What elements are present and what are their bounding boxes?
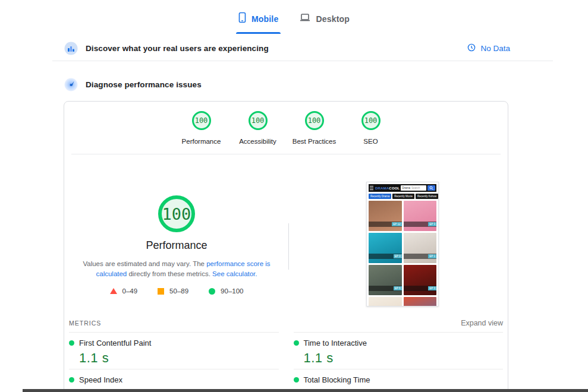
beacon-icon [64,78,78,91]
pagespeed-report-page: Mobile Desktop Discover what your real u… [0,0,588,392]
metric-pass-dot [294,340,299,346]
window-bottom-bar [23,389,588,392]
desktop-laptop-icon [300,13,310,24]
poster-thumb: EP 1 [404,233,437,263]
field-data-row: Discover what your real users are experi… [52,36,553,61]
tab-mobile[interactable]: Mobile [236,7,281,34]
legend-fail: 0–49 [110,287,138,295]
no-data-status[interactable]: No Data [467,43,510,53]
expand-view-button[interactable]: Expand view [461,319,503,327]
see-calculator-link[interactable]: See calculator. [212,270,257,277]
performance-gauge-section: 100 Performance Values are estimated and… [64,195,289,295]
site-logo: DRAMACOOL [375,186,400,190]
final-screenshot-thumbnail[interactable]: DRAMACOOL Drama Search Recently Drama Re… [366,182,439,306]
thumb-search-placeholder: Search [411,186,420,189]
metric-name: Speed Index [79,375,122,384]
performance-gauge: 100 [158,195,195,232]
score-best-practices-label: Best Practices [293,138,337,145]
report-card: 100 Performance 100 Accessibility 100 Be… [64,101,508,392]
metric-name: Total Blocking Time [304,375,370,384]
thumb-search-button [427,185,435,191]
poster-thumb: EP 3 [404,265,437,295]
real-users-chart-icon [64,42,78,55]
score-best-practices[interactable]: 100 Best Practices [286,111,342,145]
lab-data-title: Diagnose performance issues [86,80,202,89]
poster-thumb: EP 3 [369,233,402,263]
score-seo-value: 100 [361,111,381,130]
metric-value: 1.1 s [79,350,279,366]
metric-time-to-interactive: Time to Interactive 1.1 s [294,332,504,369]
green-circle-icon [209,288,215,295]
score-accessibility-label: Accessibility [239,138,276,145]
score-performance-value: 100 [192,111,211,130]
performance-gauge-label: Performance [64,239,289,252]
score-disclaimer: Values are estimated and may vary. The p… [72,259,281,279]
no-data-label: No Data [480,44,510,53]
tab-desktop-label: Desktop [316,14,350,24]
category-scores: 100 Performance 100 Accessibility 100 Be… [64,111,508,145]
metric-pass-dot [69,377,74,382]
poster-thumb: EP 6 [369,265,402,295]
thumb-search-category: Drama [402,186,410,189]
metric-pass-dot [69,340,74,346]
score-accessibility[interactable]: 100 Accessibility [229,111,286,145]
tab-mobile-label: Mobile [251,14,279,24]
metrics-header: METRICS Expand view [69,319,503,327]
legend-fail-range: 0–49 [122,287,138,295]
legend-pass: 90–100 [209,287,243,295]
score-accessibility-value: 100 [249,111,268,130]
score-performance-label: Performance [182,138,221,145]
metric-value: 1.1 s [304,350,504,366]
active-tab-underline [236,32,281,34]
score-seo[interactable]: 100 SEO [342,111,399,145]
clock-icon [467,43,476,53]
orange-square-icon [158,288,164,295]
metric-pass-dot [294,377,299,382]
thumb-nav-movie: Recently Movie [392,194,414,199]
legend-average: 50–89 [158,287,188,295]
thumb-nav-tabs: Recently Drama Recently Movie Recently K… [369,194,436,199]
legend-pass-range: 90–100 [221,287,243,295]
thumb-poster-grid: EP 12 EP 3 EP 3 EP 1 EP 6 EP 3 [369,201,436,306]
poster-thumb: EP 12 [369,201,402,231]
column-divider [288,223,289,270]
score-best-practices-value: 100 [305,111,324,130]
lab-data-row: Diagnose performance issues [52,72,553,97]
score-legend: 0–49 50–89 90–100 [64,287,289,295]
poster-thumb [369,297,402,306]
metric-first-contentful-paint: First Contentful Paint 1.1 s [69,332,279,369]
scores-divider [71,154,501,154]
mobile-phone-icon [238,12,246,26]
metric-name: First Contentful Paint [79,339,151,347]
disclaimer-text-2: directly from these metrics. [127,270,212,277]
tab-desktop[interactable]: Desktop [297,7,352,34]
disclaimer-text-1: Values are estimated and may vary. The [83,260,206,267]
thumb-site-header: DRAMACOOL Drama Search [369,184,436,192]
score-seo-label: SEO [363,138,378,145]
thumb-nav-kshow: Recently Kshow [416,194,438,199]
poster-thumb [404,297,437,306]
field-data-title: Discover what your real users are experi… [86,44,269,53]
legend-average-range: 50–89 [169,287,188,295]
score-performance[interactable]: 100 Performance [173,111,229,145]
device-tabs: Mobile Desktop [0,7,588,34]
thumb-search-box: Drama Search [401,185,426,191]
red-triangle-icon [110,288,117,294]
hamburger-menu-icon [370,186,373,191]
metrics-heading: METRICS [69,320,101,327]
metric-name: Time to Interactive [304,339,367,347]
poster-thumb: EP 3 [404,201,437,231]
metrics-grid: First Contentful Paint 1.1 s Time to Int… [69,332,503,392]
thumb-nav-drama: Recently Drama [369,194,391,199]
